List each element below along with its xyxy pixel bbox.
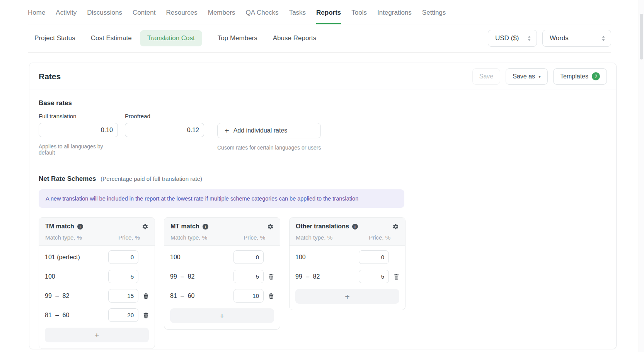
trash-icon[interactable] — [143, 312, 149, 318]
add-individual-rates-label: Add individual rates — [233, 127, 288, 134]
table-row: 99 – 82 — [170, 270, 274, 283]
full-translation-label: Full translation — [39, 113, 118, 119]
price-input[interactable] — [108, 250, 138, 264]
plus-icon: + — [225, 127, 229, 134]
tab-abuse-reports[interactable]: Abuse Reports — [273, 34, 316, 42]
table-row: 99 – 82 — [45, 289, 149, 303]
individual-rates-group: + Add individual rates Cusom rates for c… — [217, 113, 321, 156]
price-input[interactable] — [359, 270, 389, 283]
templates-count-badge: 2 — [592, 72, 600, 80]
templates-button[interactable]: Templates 2 — [553, 68, 607, 85]
match-type-label: 99 – 82 — [45, 292, 108, 299]
save-button[interactable]: Save — [472, 68, 500, 85]
currency-select[interactable]: USD ($) — [488, 30, 537, 47]
nav-item-content[interactable]: Content — [133, 9, 156, 24]
other-translations-title: Other translations — [296, 223, 349, 230]
info-icon[interactable]: i — [352, 224, 358, 230]
gear-icon[interactable] — [392, 223, 399, 230]
nav-item-discussions[interactable]: Discussions — [87, 9, 122, 24]
full-translation-helper: Applies to all languages by default — [39, 143, 118, 156]
add-individual-rates-button[interactable]: + Add individual rates — [217, 123, 321, 138]
table-row: 99 – 82 — [295, 270, 399, 283]
match-type-label: 101 (perfect) — [45, 254, 108, 261]
unit-select-value: Words — [550, 34, 569, 42]
tab-top-members[interactable]: Top Members — [218, 34, 257, 42]
nav-item-settings[interactable]: Settings — [422, 9, 446, 24]
info-icon[interactable]: i — [203, 224, 208, 230]
price-input[interactable] — [108, 289, 138, 303]
select-arrows-icon — [601, 36, 605, 41]
tm-match-body: 101 (perfect) 100 99 – 82 — [39, 246, 155, 349]
trash-icon[interactable] — [268, 274, 274, 280]
rates-panel-header: Rates Save Save as ▾ Templates 2 — [29, 63, 616, 90]
gear-icon[interactable] — [142, 223, 148, 230]
price-input[interactable] — [233, 289, 264, 303]
tab-cost-estimate[interactable]: Cost Estimate — [91, 34, 132, 42]
info-icon[interactable]: i — [77, 224, 83, 230]
add-row-button[interactable]: + — [170, 308, 274, 323]
net-rate-schemes-heading-row: Net Rate Schemes (Percentage paid of ful… — [39, 175, 607, 183]
other-translations-card: Other translations i Match type, % Price… — [289, 217, 405, 310]
proofread-group: Proofread — [125, 113, 204, 156]
scrollbar-track[interactable] — [639, 0, 644, 352]
report-tabs: Project Status Cost Estimate Translation… — [34, 30, 316, 46]
save-as-label: Save as — [513, 73, 535, 80]
mt-match-card: MT match i Match type, % Price, % — [164, 217, 280, 330]
proofread-label: Proofread — [125, 113, 204, 119]
nav-item-home[interactable]: Home — [28, 9, 45, 24]
reports-subnav: Project Status Cost Estimate Translation… — [28, 24, 611, 53]
trash-icon[interactable] — [394, 274, 399, 280]
other-translations-head: Other translations i Match type, % Price… — [290, 218, 405, 246]
tab-project-status[interactable]: Project Status — [34, 34, 75, 42]
price-input[interactable] — [108, 270, 138, 283]
nav-item-integrations[interactable]: Integrations — [377, 9, 412, 24]
base-rates-section: Base rates Full translation Applies to a… — [39, 99, 607, 156]
price-input[interactable] — [233, 270, 264, 283]
tm-match-head: TM match i Match type, % Price, % — [39, 218, 155, 246]
rates-panel: Rates Save Save as ▾ Templates 2 Base ra… — [29, 63, 617, 349]
add-row-button[interactable]: + — [45, 328, 149, 342]
scrollbar-thumb[interactable] — [640, 14, 643, 60]
rates-actions: Save Save as ▾ Templates 2 — [472, 68, 607, 85]
price-column-header: Price, % — [118, 234, 140, 241]
add-row-button[interactable]: + — [295, 289, 399, 304]
unit-select[interactable]: Words — [542, 30, 611, 47]
save-as-button[interactable]: Save as ▾ — [506, 68, 548, 85]
individual-rates-helper: Cusom rates for certain languages or use… — [217, 145, 321, 151]
price-input[interactable] — [233, 250, 264, 264]
templates-label: Templates — [560, 73, 588, 80]
table-row: 81 – 60 — [45, 308, 149, 322]
nav-item-tasks[interactable]: Tasks — [289, 9, 306, 24]
top-navigation: Home Activity Discussions Content Resour… — [28, 0, 611, 24]
table-row: 81 – 60 — [170, 289, 274, 303]
page-title: Rates — [39, 72, 61, 81]
trash-icon[interactable] — [268, 293, 274, 299]
full-translation-rate-input[interactable] — [39, 123, 118, 137]
report-filters: USD ($) Words — [488, 30, 611, 47]
rates-panel-body: Base rates Full translation Applies to a… — [29, 90, 616, 349]
table-row: 100 — [45, 270, 149, 283]
nav-item-activity[interactable]: Activity — [56, 9, 77, 24]
match-type-label: 99 – 82 — [295, 273, 359, 280]
nav-item-tools[interactable]: Tools — [351, 9, 367, 24]
price-column-header: Price, % — [244, 234, 265, 241]
tab-translation-cost[interactable]: Translation Cost — [140, 30, 202, 46]
lowest-rate-info-banner: A new translation will be included in th… — [39, 189, 404, 208]
proofread-rate-input[interactable] — [125, 123, 204, 137]
nav-item-qa-checks[interactable]: QA Checks — [246, 9, 279, 24]
nav-item-resources[interactable]: Resources — [166, 9, 197, 24]
match-type-column-header: Match type, % — [296, 234, 332, 241]
nav-item-members[interactable]: Members — [208, 9, 235, 24]
table-row: 101 (perfect) — [45, 250, 149, 264]
full-translation-group: Full translation Applies to all language… — [39, 113, 118, 156]
match-type-column-header: Match type, % — [170, 234, 207, 241]
trash-icon[interactable] — [143, 293, 149, 299]
match-type-label: 81 – 60 — [45, 312, 108, 319]
price-input[interactable] — [359, 250, 389, 264]
nav-item-reports[interactable]: Reports — [316, 9, 341, 24]
net-rate-schemes-section: Net Rate Schemes (Percentage paid of ful… — [39, 175, 607, 349]
gear-icon[interactable] — [267, 223, 274, 230]
match-type-column-header: Match type, % — [45, 234, 82, 241]
price-input[interactable] — [108, 308, 138, 322]
table-row: 100 — [170, 250, 274, 264]
